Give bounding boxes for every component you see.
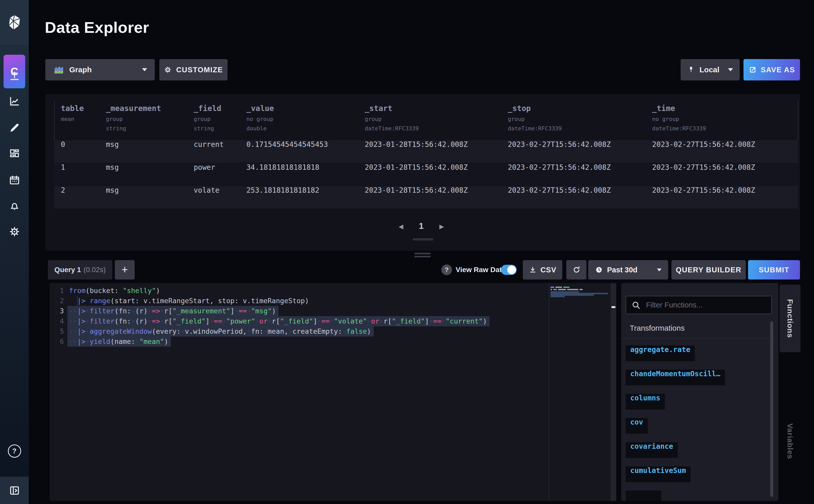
editor-line-numbers: 123456 <box>50 286 64 347</box>
save-as-button[interactable]: SAVE AS <box>743 59 800 80</box>
query-tab[interactable]: Query 1 (0.02s) <box>48 260 112 279</box>
table-cell: 2023-02-27T15:56:42.008Z <box>508 140 611 163</box>
code-line[interactable]: ··|>·filter(fn:·(r)·=>·r["_field"]·==·"p… <box>69 316 489 326</box>
code-line[interactable]: |> range(start: v.timeRangeStart, stop: … <box>69 296 489 306</box>
function-item[interactable]: columns <box>626 394 665 410</box>
page-title: Data Explorer <box>45 18 149 36</box>
expand-panel-icon <box>9 485 20 496</box>
visualization-type-dropdown[interactable]: Graph <box>45 59 155 80</box>
function-item-partial[interactable] <box>626 491 661 501</box>
table-cell: 2023-01-28T15:56:42.008Z <box>365 163 468 186</box>
submit-button[interactable]: SUBMIT <box>748 260 800 279</box>
column-header[interactable]: _startgroupdateTime:RFC3339 <box>365 104 419 132</box>
sidebar-expand-button[interactable] <box>0 477 29 504</box>
refresh-button[interactable] <box>566 260 586 279</box>
table-cell: 1 <box>61 163 65 186</box>
sidebar-item-dashboards[interactable] <box>0 145 29 163</box>
chevron-down-icon <box>728 68 733 71</box>
line-number: 1 <box>50 286 64 296</box>
view-raw-data-toggle[interactable] <box>501 265 517 275</box>
upload-icon <box>9 70 20 82</box>
sidebar-item-alerts[interactable] <box>0 197 29 215</box>
scope-dropdown[interactable]: Local <box>681 59 740 80</box>
code-line[interactable]: ··|>·yield(name:·"mean") <box>69 337 489 347</box>
clock-icon <box>595 266 603 274</box>
bell-icon <box>9 200 20 212</box>
dashboard-grid-icon <box>9 148 20 160</box>
chevron-down-icon <box>657 269 662 271</box>
tab-functions[interactable]: Functions <box>780 285 801 352</box>
table-cell: volate <box>194 186 219 208</box>
table-cell: 2023-02-27T15:56:42.008Z <box>652 163 755 186</box>
visualization-type-label: Graph <box>69 65 92 74</box>
gear-icon <box>9 226 20 237</box>
function-item[interactable]: chandeMomentumOscill… <box>626 370 725 385</box>
function-item[interactable]: cumulativeSum <box>626 466 691 482</box>
table-cell: 0.17154545454545453 <box>246 140 328 163</box>
table-row: 2msgvolate253.18181818181822023-01-28T15… <box>54 186 798 208</box>
save-as-label: SAVE AS <box>761 66 795 74</box>
functions-scrollbar[interactable] <box>770 321 773 497</box>
view-raw-data-label: View Raw Data <box>456 260 506 279</box>
column-header[interactable]: _stopgroupdateTime:RFC3339 <box>508 104 562 132</box>
add-query-button[interactable]: + <box>115 260 135 279</box>
customize-label: CUSTOMIZE <box>176 66 223 74</box>
section-divider <box>621 338 772 339</box>
code-line[interactable]: from(bucket: "shelly") <box>69 286 489 296</box>
flux-code-editor[interactable]: 123456 from(bucket: "shelly") |> range(s… <box>50 283 616 501</box>
raw-data-help-icon[interactable]: ? <box>441 264 452 275</box>
pagination-underline <box>413 238 433 241</box>
tab-functions-label: Functions <box>786 299 794 338</box>
table-cell: 2023-02-27T15:56:42.008Z <box>652 186 755 208</box>
table-cell: current <box>194 140 224 163</box>
sidebar-item-data-explorer[interactable] <box>0 92 29 110</box>
column-header[interactable]: _valueno groupdouble <box>246 104 274 132</box>
influxdb-logo-icon <box>7 15 22 30</box>
influxdb-logo[interactable] <box>0 0 29 45</box>
table-cell: 2023-02-27T15:56:42.008Z <box>508 163 611 186</box>
table-cell: msg <box>106 163 119 186</box>
scope-label: Local <box>699 65 719 74</box>
minimap-separator <box>549 283 549 501</box>
pagination-page-number[interactable]: 1 <box>415 221 428 231</box>
line-number: 6 <box>50 337 64 347</box>
filter-functions-input[interactable]: Filter Functions... <box>626 296 772 314</box>
code-line[interactable]: ··|>·filter(fn:·(r)·=>·r["_measurement"]… <box>69 306 489 316</box>
column-header[interactable]: _timeno groupdateTime:RFC3339 <box>652 104 706 132</box>
table-resize-handle[interactable] <box>414 253 431 259</box>
table-cell: 0 <box>61 140 65 163</box>
pin-icon <box>687 66 695 74</box>
function-item[interactable]: cov <box>626 418 648 434</box>
chevron-down-icon <box>142 68 147 71</box>
function-item[interactable]: aggregate.rate <box>626 345 695 361</box>
csv-download-button[interactable]: CSV <box>523 260 562 279</box>
column-header[interactable]: tablemean <box>61 104 84 122</box>
tab-variables[interactable]: Variables <box>780 416 801 467</box>
function-item[interactable]: covariance <box>626 442 678 458</box>
customize-button[interactable]: CUSTOMIZE <box>159 59 228 80</box>
table-cell: msg <box>106 140 119 163</box>
table-cell: msg <box>106 186 119 208</box>
sidebar-item-upload[interactable] <box>0 67 29 85</box>
editor-code[interactable]: from(bucket: "shelly") |> range(start: v… <box>69 286 489 347</box>
table-cell: 2023-02-27T15:56:42.008Z <box>652 140 755 163</box>
calendar-icon <box>9 174 20 186</box>
pagination-prev-button[interactable]: ◀ <box>399 223 403 230</box>
table-cell: 2023-01-28T15:56:42.008Z <box>365 140 468 163</box>
search-icon <box>631 300 641 310</box>
pagination-next-button[interactable]: ▶ <box>439 223 444 230</box>
help-icon: ? <box>8 444 21 458</box>
editor-panel-splitter[interactable] <box>611 283 616 501</box>
query-builder-button[interactable]: QUERY BUILDER <box>671 260 746 279</box>
time-range-dropdown[interactable]: Past 30d <box>588 260 668 279</box>
column-header[interactable]: _measurementgroupstring <box>106 104 161 132</box>
column-header[interactable]: _fieldgroupstring <box>194 104 221 132</box>
sidebar-item-tasks[interactable] <box>0 171 29 189</box>
sidebar-item-notebooks[interactable] <box>0 119 29 137</box>
code-line[interactable]: ··|>·aggregateWindow(every:·v.windowPeri… <box>69 326 489 337</box>
sidebar-item-help[interactable]: ? <box>0 442 29 460</box>
splitter-handle[interactable] <box>611 306 615 308</box>
sidebar-item-settings[interactable] <box>0 222 29 241</box>
table-cell: power <box>194 163 215 186</box>
table-row: 0msgcurrent0.171545454545454532023-01-28… <box>54 140 798 163</box>
